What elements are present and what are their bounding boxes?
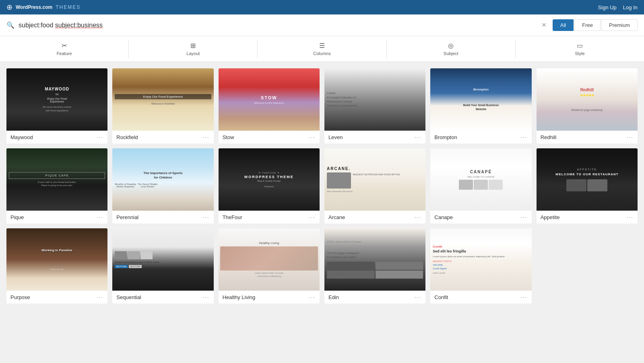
- theme-thumbnail-pique: PIQUE CAFE If your cafe is your bread an…: [6, 148, 107, 211]
- theme-more-button-leven[interactable]: ···: [415, 134, 422, 140]
- layout-label: Layout: [186, 51, 200, 56]
- theme-footer-healthyliving: Healthy Living ···: [219, 291, 320, 304]
- theme-thumbnail-canape: CANAPÉ WELCOME TO CANAPÉ: [430, 148, 531, 211]
- theme-thumbnail-edin: EDIN ▪ About Work Contact The first page…: [324, 228, 425, 291]
- theme-card-healthyliving[interactable]: Healthy Living Lorem ipsum dolor sit ame…: [219, 228, 320, 304]
- theme-card-pique[interactable]: PIQUE CAFE If your cafe is your bread an…: [6, 148, 107, 224]
- theme-thumbnail-appetite: APPETITE WELCOME TO OUR RESTAURANT: [537, 148, 638, 211]
- theme-more-button-healthyliving[interactable]: ···: [308, 294, 316, 300]
- theme-thumbnail-arcane: ARCANE. BIGGEST NUTRITION AND FOOD MYTHS…: [324, 148, 425, 211]
- theme-footer-redhill: Redhill ···: [537, 131, 638, 144]
- theme-footer-rockfield: Rockfield ···: [112, 131, 213, 144]
- theme-thumbnail-leven: Leven A Curated Collection ofRefurbished…: [324, 68, 425, 131]
- theme-name-healthyliving: Healthy Living: [223, 294, 256, 300]
- theme-name-appetite: Appetite: [541, 214, 560, 220]
- theme-thumbnail-redhill: Redhill ⭐⭐⭐⭐⭐ Weekend yoga workshop: [537, 68, 638, 131]
- theme-more-button-maywood[interactable]: ···: [97, 134, 104, 140]
- theme-footer-appetite: Appetite ···: [537, 211, 638, 224]
- theme-more-button-arcane[interactable]: ···: [415, 214, 422, 220]
- theme-more-button-edin[interactable]: ···: [415, 294, 422, 300]
- theme-card-stow[interactable]: STOW Welcome to Dine Stationery Stow ···: [219, 68, 320, 144]
- theme-footer-purpose: Purpose ···: [6, 291, 107, 304]
- theme-name-sequential: Sequential: [116, 294, 141, 300]
- subject-icon: ◎: [448, 42, 454, 49]
- theme-more-button-sequential[interactable]: ···: [202, 294, 210, 300]
- theme-name-edin: Edin: [328, 294, 339, 300]
- theme-more-button-perennial[interactable]: ···: [202, 214, 210, 220]
- theme-name-canape: Canape: [434, 214, 453, 220]
- theme-footer-sequential: Sequential ···: [112, 291, 213, 304]
- theme-more-button-rockfield[interactable]: ···: [202, 134, 210, 140]
- theme-thumbnail-healthyliving: Healthy Living Lorem ipsum dolor sit ame…: [219, 228, 320, 291]
- theme-name-stow: Stow: [223, 134, 234, 140]
- theme-footer-maywood: Maywood ···: [6, 131, 107, 144]
- wordpress-logo-icon: ⊕: [6, 3, 12, 12]
- theme-footer-leven: Leven ···: [324, 131, 425, 144]
- filter-style[interactable]: ▭ Style: [516, 39, 644, 58]
- filter-premium-button[interactable]: Premium: [601, 19, 638, 31]
- filter-columns[interactable]: ☰ Columns: [258, 39, 386, 58]
- login-link[interactable]: Log In: [623, 4, 638, 10]
- theme-name-maywood: Maywood: [10, 134, 33, 140]
- theme-card-thefour[interactable]: ✦ THEFOUR ✦ WORDPRESS THEME Blog & Quali…: [219, 148, 320, 224]
- theme-card-confit[interactable]: Confit Sed elit leo fringilla Lorem ipsu…: [430, 228, 531, 304]
- theme-more-button-thefour[interactable]: ···: [308, 214, 316, 220]
- top-bar-left: ⊕ WordPress.com THEMES: [6, 3, 80, 12]
- theme-more-button-confit[interactable]: ···: [520, 294, 528, 300]
- theme-more-button-canape[interactable]: ···: [520, 214, 528, 220]
- theme-card-rockfield[interactable]: Enjoy Our Food Experience Welcome to Roc…: [112, 68, 213, 144]
- theme-thumbnail-perennial: The Importance of Sportsfor Children Ben…: [112, 148, 213, 211]
- columns-label: Columns: [313, 51, 330, 56]
- theme-thumbnail-maywood: MAYWOOD 🍽 Enjoy Our FoodExperience We se…: [6, 68, 107, 131]
- close-search-button[interactable]: ×: [542, 21, 546, 29]
- themes-grid: MAYWOOD 🍽 Enjoy Our FoodExperience We se…: [0, 62, 644, 310]
- theme-more-button-brompton[interactable]: ···: [520, 134, 528, 140]
- theme-card-sequential[interactable]: Another great place to add a call to act…: [112, 228, 213, 304]
- filter-layout[interactable]: ⊞ Layout: [129, 39, 258, 58]
- theme-thumbnail-brompton: Brompton Build Your Small BusinessWebsit…: [430, 68, 531, 131]
- filter-subject[interactable]: ◎ Subject: [387, 39, 516, 58]
- theme-card-perennial[interactable]: The Importance of Sportsfor Children Ben…: [112, 148, 213, 224]
- filter-feature[interactable]: ✂ Feature: [0, 39, 129, 58]
- theme-card-purpose[interactable]: Working in Paradise What We Do Purpose ·…: [6, 228, 107, 304]
- search-bar: 🔍 subject:food subject:business × All Fr…: [0, 14, 644, 36]
- theme-card-redhill[interactable]: Redhill ⭐⭐⭐⭐⭐ Weekend yoga workshop Redh…: [537, 68, 638, 144]
- search-tag-food: subject:food: [19, 22, 55, 29]
- filter-all-button[interactable]: All: [553, 19, 574, 31]
- theme-card-appetite[interactable]: APPETITE WELCOME TO OUR RESTAURANT Appet…: [537, 148, 638, 224]
- signup-link[interactable]: Sign Up: [598, 4, 617, 10]
- theme-card-brompton[interactable]: Brompton Build Your Small BusinessWebsit…: [430, 68, 531, 144]
- theme-footer-perennial: Perennial ···: [112, 211, 213, 224]
- feature-icon: ✂: [62, 42, 67, 49]
- theme-name-pique: Pique: [10, 214, 24, 220]
- theme-card-canape[interactable]: CANAPÉ WELCOME TO CANAPÉ Canape ···: [430, 148, 531, 224]
- theme-more-button-redhill[interactable]: ···: [626, 134, 634, 140]
- theme-footer-pique: Pique ···: [6, 211, 107, 224]
- search-tag-business: subject:business: [55, 22, 103, 29]
- theme-card-edin[interactable]: EDIN ▪ About Work Contact The first page…: [324, 228, 425, 304]
- theme-card-maywood[interactable]: MAYWOOD 🍽 Enjoy Our FoodExperience We se…: [6, 68, 107, 144]
- filter-free-button[interactable]: Free: [574, 19, 601, 31]
- theme-footer-confit: Confit ···: [430, 291, 531, 304]
- theme-thumbnail-stow: STOW Welcome to Dine Stationery: [219, 68, 320, 131]
- theme-footer-brompton: Brompton ···: [430, 131, 531, 144]
- theme-card-leven[interactable]: Leven A Curated Collection ofRefurbished…: [324, 68, 425, 144]
- theme-footer-stow: Stow ···: [219, 131, 320, 144]
- theme-thumbnail-purpose: Working in Paradise What We Do: [6, 228, 107, 291]
- theme-thumbnail-rockfield: Enjoy Our Food Experience Welcome to Roc…: [112, 68, 213, 131]
- style-label: Style: [575, 51, 584, 56]
- theme-more-button-stow[interactable]: ···: [308, 134, 316, 140]
- theme-thumbnail-confit: Confit Sed elit leo fringilla Lorem ipsu…: [430, 228, 531, 291]
- theme-more-button-appetite[interactable]: ···: [626, 214, 634, 220]
- theme-name-rockfield: Rockfield: [116, 134, 138, 140]
- theme-name-thefour: TheFour: [223, 214, 242, 220]
- search-input[interactable]: subject:food subject:business: [19, 22, 180, 29]
- theme-more-button-purpose[interactable]: ···: [97, 294, 104, 300]
- theme-card-arcane[interactable]: ARCANE. BIGGEST NUTRITION AND FOOD MYTHS…: [324, 148, 425, 224]
- theme-thumbnail-thefour: ✦ THEFOUR ✦ WORDPRESS THEME Blog & Quali…: [219, 148, 320, 211]
- theme-footer-canape: Canape ···: [430, 211, 531, 224]
- filter-tabs: All Free Premium: [553, 19, 638, 31]
- theme-thumbnail-sequential: Another great place to add a call to act…: [112, 228, 213, 291]
- theme-footer-edin: Edin ···: [324, 291, 425, 304]
- theme-more-button-pique[interactable]: ···: [97, 214, 104, 220]
